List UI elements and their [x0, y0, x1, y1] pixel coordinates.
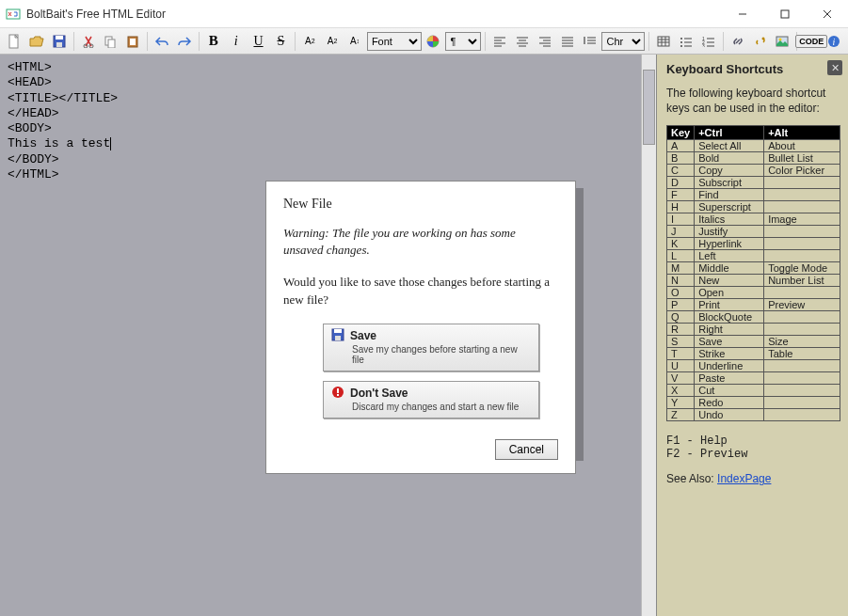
italic-button[interactable]: i — [226, 31, 247, 52]
sidebar-close-button[interactable]: ✕ — [827, 60, 842, 75]
dialog-dontsave-button[interactable]: Don't Save Discard my changes and start … — [323, 381, 539, 419]
sc-ctrl: Superscript — [695, 201, 764, 213]
sc-key: Q — [667, 311, 695, 324]
sc-ctrl: Italics — [695, 213, 764, 226]
svg-point-42 — [680, 41, 682, 43]
sc-alt — [764, 177, 840, 189]
open-button[interactable] — [26, 31, 47, 52]
sc-key: X — [667, 385, 695, 397]
redo-button[interactable] — [174, 31, 195, 52]
strike-button[interactable]: S — [270, 31, 291, 52]
svg-text:i: i — [833, 37, 836, 47]
sc-key: C — [667, 165, 695, 177]
sc-key: L — [667, 250, 695, 262]
blockquote-button[interactable] — [580, 31, 600, 52]
sc-alt — [764, 201, 840, 213]
sc-alt — [764, 360, 840, 372]
sc-ctrl: Save — [695, 336, 764, 348]
warning-icon — [331, 386, 344, 402]
save-button[interactable] — [49, 31, 70, 52]
sc-key: A — [667, 140, 695, 152]
bullet-list-button[interactable] — [676, 31, 696, 52]
underline-button[interactable]: U — [248, 31, 269, 52]
sc-alt — [764, 238, 840, 250]
sc-ctrl: Justify — [695, 226, 764, 238]
sc-key: D — [667, 177, 695, 189]
sc-ctrl: Copy — [695, 165, 764, 177]
table-row: PPrintPreview — [667, 299, 840, 311]
color-picker-button[interactable] — [424, 31, 444, 52]
align-justify-button[interactable] — [557, 31, 578, 52]
f1-help: F1 - Help — [666, 434, 840, 448]
dialog-save-button[interactable]: Save Save my changes before starting a n… — [323, 324, 539, 371]
sc-ctrl: Open — [695, 287, 764, 299]
about-button[interactable]: i — [824, 31, 844, 52]
sc-ctrl: Right — [695, 324, 764, 336]
sc-alt: Preview — [764, 299, 840, 311]
scrollbar-thumb[interactable] — [643, 70, 655, 145]
char-select[interactable]: Chr — [601, 32, 645, 51]
table-button[interactable] — [653, 31, 674, 52]
editor-text[interactable]: <HTML> <HEAD> <TITLE></TITLE> </HEAD> <B… — [0, 55, 656, 188]
sc-ctrl: Bold — [695, 152, 764, 165]
svg-point-43 — [680, 45, 682, 47]
font-size-button[interactable]: A↕ — [344, 31, 365, 52]
table-row: KHyperlink — [667, 238, 840, 250]
code-button[interactable]: CODE — [801, 31, 822, 52]
paragraph-select[interactable]: ¶ — [445, 32, 481, 51]
font-select[interactable]: Font — [367, 32, 422, 51]
sc-alt — [764, 397, 840, 409]
hyperlink-button[interactable] — [728, 31, 748, 52]
f2-preview: F2 - Preview — [666, 448, 840, 461]
maximize-button[interactable] — [763, 0, 806, 27]
dialog-cancel-button[interactable]: Cancel — [495, 439, 558, 460]
sc-alt — [764, 189, 840, 201]
undo-button[interactable] — [152, 31, 172, 52]
anchor-button[interactable] — [750, 31, 771, 52]
sc-ctrl: New — [695, 275, 764, 287]
align-center-button[interactable] — [512, 31, 533, 52]
col-ctrl: +Ctrl — [695, 126, 764, 140]
svg-rect-60 — [335, 336, 341, 340]
table-row: JJustify — [667, 226, 840, 238]
svg-rect-2 — [781, 10, 789, 18]
bold-button[interactable]: B — [203, 31, 224, 52]
table-row: UUnderline — [667, 360, 840, 372]
sc-key: P — [667, 299, 695, 311]
superscript-button[interactable]: A2 — [299, 31, 320, 52]
table-row: CCopyColor Picker — [667, 165, 840, 177]
editor-scrollbar[interactable] — [641, 55, 656, 616]
sc-alt — [764, 226, 840, 238]
sc-ctrl: Hyperlink — [695, 238, 764, 250]
sc-key: N — [667, 275, 695, 287]
sc-alt: Toggle Mode — [764, 262, 840, 275]
close-button[interactable] — [806, 0, 848, 27]
number-list-button[interactable]: 123 — [698, 31, 719, 52]
titlebar: BoltBait's Free HTML Editor — [0, 0, 848, 28]
col-alt: +Alt — [764, 126, 840, 140]
table-row: OOpen — [667, 287, 840, 299]
align-left-button[interactable] — [489, 31, 510, 52]
table-row: LLeft — [667, 250, 840, 262]
sc-ctrl: Paste — [695, 372, 764, 385]
sc-alt: Table — [764, 348, 840, 360]
cut-button[interactable] — [78, 31, 99, 52]
sc-ctrl: Strike — [695, 348, 764, 360]
copy-button[interactable] — [100, 31, 120, 52]
new-file-button[interactable] — [4, 31, 24, 52]
see-also-link[interactable]: IndexPage — [717, 472, 771, 485]
align-right-button[interactable] — [535, 31, 555, 52]
sc-ctrl: Find — [695, 189, 764, 201]
sc-ctrl: Left — [695, 250, 764, 262]
sc-alt: Size — [764, 336, 840, 348]
app-icon — [6, 7, 21, 22]
subscript-button[interactable]: A2 — [322, 31, 343, 52]
sc-alt — [764, 409, 840, 421]
minimize-button[interactable] — [721, 0, 763, 27]
image-button[interactable] — [772, 31, 792, 52]
paste-button[interactable] — [122, 31, 143, 52]
sc-key: I — [667, 213, 695, 226]
sc-ctrl: Select All — [695, 140, 764, 152]
svg-rect-7 — [56, 36, 63, 39]
table-row: VPaste — [667, 372, 840, 385]
